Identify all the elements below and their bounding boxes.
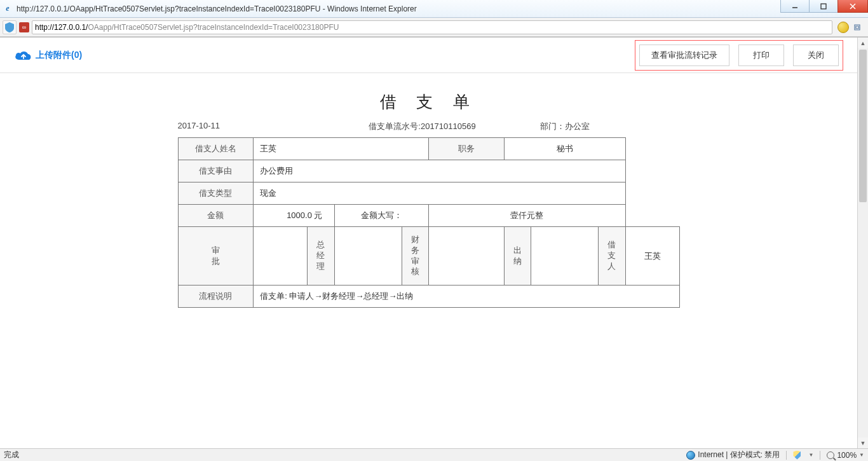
dropdown-icon[interactable]: ▼: [808, 452, 813, 458]
globe-icon: [686, 451, 695, 460]
scroll-track[interactable]: [858, 48, 868, 437]
label-position: 职务: [428, 138, 504, 160]
table-row: 借支事由 办公费用: [178, 160, 679, 182]
zoom-value: 100%: [837, 451, 857, 460]
ie-icon: e: [3, 4, 13, 14]
refresh-icon[interactable]: [851, 22, 863, 33]
back-button[interactable]: [3, 20, 17, 34]
label-flow: 流程说明: [178, 286, 254, 308]
cloud-upload-icon: [14, 50, 31, 61]
separator: [786, 451, 787, 460]
magnifier-icon: [827, 451, 834, 459]
label-reason: 借支事由: [178, 160, 254, 182]
form-date: 2017-10-11: [178, 121, 305, 132]
form-meta-row: 2017-10-11 借支单流水号:201710110569 部门：办公室: [178, 120, 680, 137]
form-container: 借 支 单 2017-10-11 借支单流水号:201710110569 部门：…: [0, 73, 857, 429]
label-name: 借支人姓名: [178, 138, 254, 160]
label-amount-caps: 金额大写：: [334, 205, 428, 227]
form-serial: 借支单流水号:201710110569: [305, 121, 540, 132]
url-host: http://127.0.0.1/: [35, 23, 88, 32]
value-flow: 借支单: 申请人→财务经理→总经理→出纳: [254, 286, 679, 308]
svg-rect-1: [821, 4, 826, 9]
value-amount: 1000.0 元: [254, 205, 334, 227]
label-amount: 金额: [178, 205, 254, 227]
status-zone: Internet | 保护模式: 禁用: [686, 450, 780, 460]
scroll-up-arrow[interactable]: ▲: [858, 38, 868, 48]
minimize-button[interactable]: [780, 0, 810, 13]
form-dept: 部门：办公室: [540, 121, 680, 132]
value-position: 秘书: [504, 138, 625, 160]
view-records-button[interactable]: 查看审批流转记录: [639, 45, 729, 66]
value-reason: 办公费用: [254, 160, 625, 182]
window-titlebar: e http://127.0.0.1/OAapp/HtTrace0507Serv…: [0, 0, 868, 18]
separator: [820, 451, 820, 460]
value-type: 现金: [254, 182, 625, 205]
viewport: 上传附件(0) 查看审批流转记录 打印 关闭 借 支 单 2017-10-11 …: [0, 37, 868, 448]
upload-label: 上传附件(0): [36, 50, 82, 61]
value-name: 王英: [254, 138, 429, 160]
print-button[interactable]: 打印: [738, 45, 784, 66]
vertical-scrollbar[interactable]: ▲ ▼: [857, 38, 868, 448]
scroll-down-arrow[interactable]: ▼: [858, 437, 868, 448]
status-right: Internet | 保护模式: 禁用 ▼ 100% ▼: [686, 450, 864, 460]
address-tools: [835, 22, 865, 33]
table-row: 借支人姓名 王英 职务 秘书: [178, 138, 679, 160]
table-row: 金额 1000.0 元 金额大写： 壹仟元整: [178, 205, 679, 227]
dropdown-icon[interactable]: ▼: [859, 452, 864, 458]
status-done: 完成: [4, 450, 19, 460]
value-borrower-sign: 王英: [625, 227, 679, 286]
label-type: 借支类型: [178, 182, 254, 205]
form-page: 借 支 单 2017-10-11 借支单流水号:201710110569 部门：…: [124, 86, 734, 391]
value-amount-caps: 壹仟元整: [428, 205, 625, 227]
form-title: 借 支 单: [124, 86, 734, 120]
loan-form-table: 借支人姓名 王英 职务 秘书 借支事由 办公费用 借支类型 现金: [178, 137, 680, 308]
favicon: ∞: [19, 22, 29, 32]
table-row: 流程说明借支单: 申请人→财务经理→总经理→出纳: [178, 286, 679, 308]
protected-mode-icon[interactable]: [793, 451, 801, 460]
action-buttons-group: 查看审批流转记录 打印 关闭: [635, 40, 843, 71]
url-input[interactable]: http://127.0.0.1/OAapp/HtTrace0507Servle…: [32, 20, 832, 34]
page-toolbar: 上传附件(0) 查看审批流转记录 打印 关闭: [0, 38, 857, 73]
scroll-thumb[interactable]: [859, 50, 867, 202]
page-scroll: 上传附件(0) 查看审批流转记录 打印 关闭 借 支 单 2017-10-11 …: [0, 38, 857, 448]
compat-icon[interactable]: [837, 22, 849, 33]
shield-icon: [4, 22, 15, 33]
label-gm: 总经理: [308, 227, 334, 286]
table-row: 借支类型 现金: [178, 182, 679, 205]
zoom-control[interactable]: 100% ▼: [827, 451, 864, 460]
window-title: http://127.0.0.1/OAapp/HtTrace0507Servle…: [17, 4, 417, 13]
close-form-button[interactable]: 关闭: [793, 45, 839, 66]
label-approval: 审批: [178, 227, 254, 286]
address-bar: ∞ http://127.0.0.1/OAapp/HtTrace0507Serv…: [0, 18, 868, 37]
close-button[interactable]: [837, 0, 868, 13]
status-bar: 完成 Internet | 保护模式: 禁用 ▼ 100% ▼: [0, 448, 868, 461]
window-controls: [781, 0, 868, 13]
label-fin-audit: 财务审核: [402, 227, 428, 286]
maximize-button[interactable]: [809, 0, 838, 13]
label-cashier: 出纳: [504, 227, 531, 286]
label-borrower: 借支人: [599, 227, 625, 286]
url-path: OAapp/HtTrace0507Servlet.jsp?traceInstan…: [88, 23, 339, 32]
status-zone-text: Internet | 保护模式: 禁用: [698, 450, 780, 459]
upload-attachment-link[interactable]: 上传附件(0): [14, 50, 82, 61]
table-row: 审批总经理财务审核出纳借支人王英: [178, 227, 679, 286]
